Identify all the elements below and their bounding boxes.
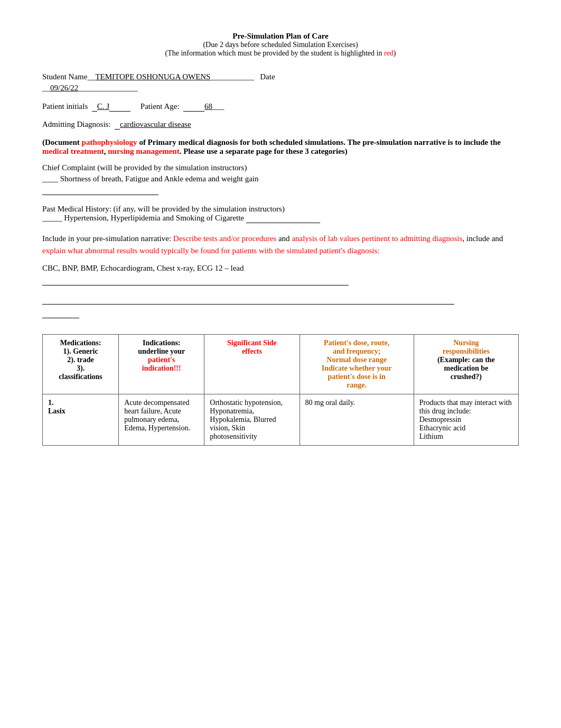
bold-part2: of Primary medical diagnosis for both sc… [137, 138, 501, 146]
narrative-mid2: , include and [462, 234, 503, 243]
nursing-management-text: nursing management [108, 147, 179, 155]
date-line: __09/26/22_______________ [42, 84, 519, 93]
table-cell-0-2: Orthostatic hypotension, Hyponatremia, H… [204, 394, 300, 446]
student-name-line: Student Name__TEMITOPE OSHONUGA OWENS___… [42, 72, 519, 81]
pathophysiology-text: pathophysiology [82, 138, 137, 146]
student-name-label: Student Name [42, 72, 87, 81]
table-cell-0-1: Acute decompensated heart failure, Acute… [119, 394, 204, 446]
admitting-label: Admitting Diagnosis: [42, 120, 111, 128]
table-header-row: Medications: 1). Generic 2). trade 3). c… [43, 335, 519, 394]
chief-blank: ____ [42, 174, 58, 183]
col4-header: Patient's dose, route, and frequency; No… [300, 335, 414, 394]
past-history-label: Past Medical History: (if any, will be p… [42, 205, 519, 214]
patient-age-value: 68 [204, 102, 212, 110]
patient-age-label: Patient Age: [141, 102, 180, 110]
chief-complaint-underline [42, 186, 158, 195]
narrative-red3: explain what abnormal results would typi… [42, 246, 379, 255]
tests-underline [42, 276, 349, 285]
chief-complaint-value: ____ Shortness of breath, Fatigue and An… [42, 174, 519, 183]
patient-initials-label: Patient initials [42, 102, 88, 110]
table-cell-0-0: 1.Lasix [43, 394, 119, 446]
bold-instruction-section: (Document pathophysiology of Primary med… [42, 138, 519, 156]
extra-underline1 [42, 295, 454, 305]
med-number: 1.Lasix [48, 399, 66, 415]
col2-header: Indications: underline your patient's in… [119, 335, 204, 394]
col5-header: Nursing responsibilities (Example: can t… [414, 335, 518, 394]
highlight-note-red: red [384, 49, 394, 57]
tests-line: CBC, BNP, BMP, Echocardiogram, Chest x-r… [42, 264, 519, 273]
past-history-section: Past Medical History: (if any, will be p… [42, 205, 519, 223]
narrative-instruction-section: Include in your pre-simulation narrative… [42, 233, 519, 256]
student-info-section: Student Name__TEMITOPE OSHONUGA OWENS___… [42, 72, 519, 93]
bold-part3: . Please use a separate page for these 3… [180, 147, 348, 155]
date-value: 09/26/22 [50, 84, 78, 92]
document-header: Pre-Simulation Plan of Care (Due 2 days … [42, 32, 519, 58]
chief-complaint-section: Chief Complaint (will be provided by the… [42, 163, 519, 195]
admitting-value: cardiovascular disease [120, 120, 191, 128]
date-label: Date [260, 72, 275, 81]
highlight-note-prefix: (The information which must be provided … [165, 49, 384, 57]
narrative-prefix: Include in your pre-simulation narrative… [42, 234, 173, 243]
medical-treatment-text: medical treatment [42, 147, 104, 155]
student-name-value: TEMITOPE OSHONUGA OWENS [95, 72, 210, 81]
highlight-note-line: (The information which must be provided … [42, 49, 519, 58]
narrative-red2: analysis of lab values pertinent to admi… [292, 234, 462, 243]
patient-initials-value: C. J [97, 102, 109, 110]
medications-table: Medications: 1). Generic 2). trade 3). c… [42, 334, 519, 446]
narrative-mid1: and [276, 234, 292, 243]
table-cell-0-3: 80 mg oral daily. [300, 394, 414, 446]
short-underline [42, 309, 79, 318]
past-history-value: _____ Hypertension, Hyperlipidemia and S… [42, 214, 519, 223]
patient-info-section: Patient initials C. J Patient Age: 68___ [42, 102, 519, 112]
document-title: Pre-Simulation Plan of Care [42, 32, 519, 41]
narrative-red1: Describe tests and/or procedures [173, 234, 276, 243]
bold-part1: (Document [42, 138, 82, 146]
due-date-line: (Due 2 days before scheduled Simulation … [42, 41, 519, 49]
admitting-diagnosis-section: Admitting Diagnosis: cardiovascular dise… [42, 120, 519, 130]
col1-header: Medications: 1). Generic 2). trade 3). c… [43, 335, 119, 394]
table-row: 1.LasixAcute decompensated heart failure… [43, 394, 519, 446]
chief-complaint-label: Chief Complaint (will be provided by the… [42, 163, 519, 172]
highlight-note-suffix: ) [394, 49, 396, 57]
col3-header: Significant Side effects [204, 335, 300, 394]
table-cell-0-4: Products that may interact with this dru… [414, 394, 518, 446]
